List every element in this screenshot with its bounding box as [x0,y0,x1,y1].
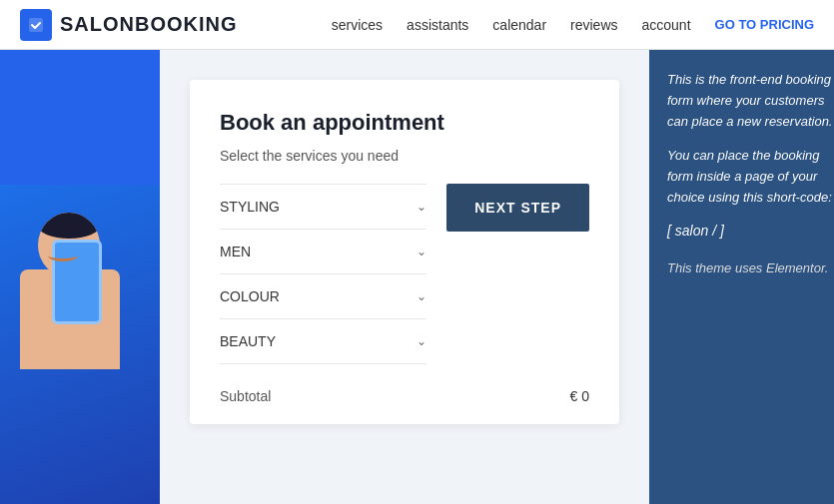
chevron-colour-icon: ⌄ [417,289,426,303]
service-name-beauty: BEAUTY [220,333,276,349]
nav-reviews[interactable]: reviews [570,17,617,33]
elementor-note: This theme uses Elementor. [667,258,834,279]
logo-area: SALONBOOKING [20,9,238,41]
form-subtitle: Select the services you need [220,148,589,164]
main-area: Book an appointment Select the services … [0,50,834,504]
service-name-styling: STYLING [220,199,280,215]
nav-go-pricing[interactable]: GO TO PRICING [715,17,814,32]
chevron-men-icon: ⌄ [417,245,426,258]
booking-form: Book an appointment Select the services … [190,80,619,424]
next-step-button[interactable]: NEXT STEP [446,184,589,232]
shortcode: [ salon / ] [667,223,834,239]
nav: services assistants calendar reviews acc… [332,17,814,33]
subtotal-value: € 0 [570,388,589,404]
booking-form-wrapper: Book an appointment Select the services … [160,50,649,504]
left-banner [0,50,160,504]
chevron-styling-icon: ⌄ [417,200,426,214]
chevron-beauty-icon: ⌄ [417,334,426,348]
header: SALONBOOKING services assistants calenda… [0,0,834,50]
form-top-row: STYLING ⌄ MEN ⌄ COLOUR ⌄ BEAUTY ⌄ [220,184,589,364]
service-name-colour: COLOUR [220,288,280,304]
nav-calendar[interactable]: calendar [492,17,546,33]
service-item-colour[interactable]: COLOUR ⌄ [220,274,426,319]
service-item-men[interactable]: MEN ⌄ [220,230,426,274]
subtotal-label: Subtotal [220,388,271,404]
service-name-men: MEN [220,244,251,259]
right-panel: This is the front-end booking form where… [649,50,834,504]
banner-person-image [0,185,160,504]
form-title: Book an appointment [220,110,589,136]
nav-assistants[interactable]: assistants [407,17,468,33]
right-panel-desc2: You can place the booking form inside a … [667,146,834,208]
service-item-beauty[interactable]: BEAUTY ⌄ [220,319,426,364]
service-item-styling[interactable]: STYLING ⌄ [220,184,426,230]
logo-icon [20,9,52,41]
right-panel-desc1: This is the front-end booking form where… [667,70,834,132]
nav-account[interactable]: account [642,17,691,33]
logo-text: SALONBOOKING [60,13,238,36]
nav-services[interactable]: services [332,17,383,33]
service-list: STYLING ⌄ MEN ⌄ COLOUR ⌄ BEAUTY ⌄ [220,184,426,364]
subtotal-row: Subtotal € 0 [220,374,589,404]
